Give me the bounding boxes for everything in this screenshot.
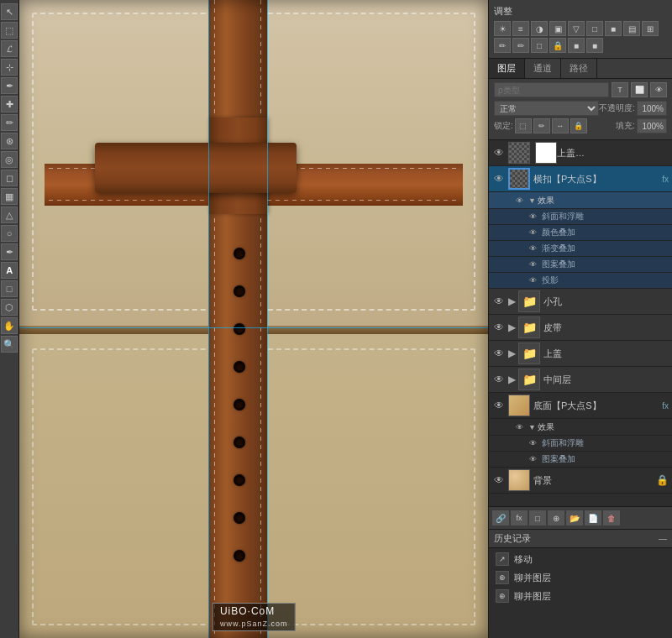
layer-name-xiaokong: 小孔 (543, 295, 669, 308)
tool-shape[interactable]: ⬡ (1, 299, 18, 316)
eye-zhongjianceng[interactable]: 👁 (492, 373, 506, 386)
tb-edit2[interactable]: ✏ (512, 38, 529, 53)
eye-shang[interactable]: 👁 (492, 146, 506, 160)
tab-channels[interactable]: 通道 (525, 59, 561, 78)
layer-item-color-overlay[interactable]: 👁 颜色叠加 (489, 225, 672, 241)
lock-brush[interactable]: ✏ (533, 118, 550, 133)
eye-color-overlay[interactable]: 👁 (526, 226, 539, 239)
layer-item-hengkua[interactable]: 👁 横扣【P大点S】 fx (489, 166, 672, 192)
tool-blur[interactable]: △ (1, 207, 18, 223)
tool-pen[interactable]: ✒ (1, 243, 18, 260)
tool-gradient[interactable]: ▦ (1, 188, 18, 205)
btn-adjustment[interactable]: ⊕ (548, 510, 564, 526)
lock-transparent[interactable]: ⬚ (515, 118, 532, 133)
btn-fx[interactable]: fx (511, 510, 528, 526)
layer-item-beijing[interactable]: 👁 背景 🔒 (489, 468, 672, 494)
lock-all[interactable]: 🔒 (570, 118, 587, 133)
tool-text[interactable]: A (1, 262, 18, 279)
layer-item-diceng-effects[interactable]: 👁 效果 (489, 419, 672, 436)
layer-item-pidai[interactable]: 👁 ▶ 📁 皮带 (489, 315, 672, 341)
tb-sun[interactable]: ☀ (494, 21, 511, 36)
effects-triangle[interactable] (528, 196, 536, 205)
tool-brush[interactable]: ✏ (1, 114, 18, 131)
tb-lock[interactable]: 🔒 (549, 38, 566, 53)
eye-beijing[interactable]: 👁 (492, 473, 506, 487)
tool-crop[interactable]: ⊹ (1, 59, 18, 76)
effect-shadow-name: 投影 (542, 275, 669, 286)
tool-lasso[interactable]: 𝓛 (1, 40, 18, 57)
layer-item-diceng[interactable]: 👁 底面【P大点S】 fx (489, 393, 672, 419)
layer-item-pattern-overlay[interactable]: 👁 图案叠加 (489, 257, 672, 273)
layer-item-effects-group[interactable]: 👁 效果 (489, 192, 672, 209)
btn-mask[interactable]: □ (529, 510, 546, 526)
eye-diceng[interactable]: 👁 (492, 399, 506, 412)
tool-clone[interactable]: ⊛ (1, 133, 18, 149)
eye-pattern[interactable]: 👁 (526, 258, 539, 271)
eye-diceng-effects[interactable]: 👁 (512, 421, 526, 434)
lock-move[interactable]: ↔ (552, 118, 569, 133)
left-toolbar: ↖ ⬚ 𝓛 ⊹ ✒ ✚ ✏ ⊛ ◎ ◻ ▦ △ ○ ✒ A □ ⬡ ✋ 🔍 (0, 0, 19, 638)
tool-eraser[interactable]: ◻ (1, 170, 18, 186)
tool-hand[interactable]: ✋ (1, 317, 18, 334)
tb-fill2[interactable]: ■ (568, 38, 585, 53)
tool-heal[interactable]: ✚ (1, 96, 18, 112)
tb-arrow[interactable]: ▽ (568, 21, 585, 36)
history-item-0[interactable]: ↗ 移动 (491, 550, 670, 568)
eye-effects[interactable]: 👁 (512, 194, 526, 207)
eye-diceng-bevel[interactable]: 👁 (526, 437, 539, 450)
diceng-effects-triangle[interactable] (528, 423, 536, 431)
btn-group[interactable]: 📂 (566, 510, 583, 526)
history-collapse[interactable]: — (659, 534, 667, 543)
layer-item-shanggai[interactable]: 👁 ▶ 📁 上盖 (489, 341, 672, 367)
tool-path[interactable]: □ (1, 280, 18, 297)
eye-bevel[interactable]: 👁 (526, 210, 539, 223)
fill-input[interactable] (637, 118, 667, 133)
tool-dodge[interactable]: ○ (1, 225, 18, 242)
btn-link-layers[interactable]: 🔗 (492, 510, 509, 526)
tool-select[interactable]: ⬚ (1, 22, 18, 39)
btn-new-layer[interactable]: 📄 (585, 510, 601, 526)
tb-edit1[interactable]: ✏ (494, 38, 511, 53)
layer-item-gradient-overlay[interactable]: 👁 渐变叠加 (489, 241, 672, 257)
eye-hengkua[interactable]: 👁 (492, 172, 506, 186)
blend-mode-select[interactable]: 正常 溶解 正片叠底 (494, 101, 599, 116)
eye-pidai[interactable]: 👁 (492, 321, 506, 334)
tool-move[interactable]: ↖ (1, 3, 18, 20)
tool-eyedrop[interactable]: ✒ (1, 77, 18, 94)
layer-item-zhongjianceng[interactable]: 👁 ▶ 📁 中间层 (489, 367, 672, 393)
search-filter-t[interactable]: T (612, 82, 628, 97)
search-filter-eye[interactable]: 👁 (650, 82, 667, 97)
eye-shanggai[interactable]: 👁 (492, 347, 506, 360)
guide-h1 (19, 327, 488, 328)
layer-item-dropshadow[interactable]: 👁 投影 (489, 273, 672, 289)
btn-delete[interactable]: 🗑 (603, 510, 620, 526)
history-item-1[interactable]: ⊕ 聊并图层 (491, 568, 670, 587)
eye-xiaokong[interactable]: 👁 (492, 295, 506, 308)
search-input[interactable] (494, 82, 609, 97)
eye-dropshadow[interactable]: 👁 (526, 274, 539, 287)
tb-fill3[interactable]: ■ (586, 38, 603, 53)
layer-item-shang[interactable]: 👁 上盖… (489, 140, 672, 166)
tb-square[interactable]: □ (586, 21, 603, 36)
tool-history[interactable]: ◎ (1, 151, 18, 168)
tb-circle[interactable]: ◑ (531, 21, 548, 36)
tool-zoom[interactable]: 🔍 (1, 336, 18, 353)
search-filter-rect[interactable]: ⬜ (631, 82, 648, 97)
layer-item-diceng-pattern[interactable]: 👁 图案叠加 (489, 452, 672, 468)
tb-grid2[interactable]: ⊞ (642, 21, 659, 36)
fx-diceng: fx (662, 401, 669, 411)
tab-paths[interactable]: 路径 (561, 59, 597, 78)
layer-item-xiaokong[interactable]: 👁 ▶ 📁 小孔 (489, 289, 672, 315)
layer-item-diceng-bevel[interactable]: 👁 斜面和浮雕 (489, 436, 672, 452)
tb-fill[interactable]: ■ (605, 21, 622, 36)
history-item-2[interactable]: ⊕ 聊并图层 (491, 587, 670, 605)
eye-gradient[interactable]: 👁 (526, 242, 539, 255)
tb-bars[interactable]: ≡ (512, 21, 529, 36)
eye-diceng-pattern[interactable]: 👁 (526, 452, 539, 466)
tb-box[interactable]: □ (531, 38, 548, 53)
tb-grid[interactable]: ▣ (549, 21, 566, 36)
tab-layers[interactable]: 图层 (489, 59, 525, 78)
tb-table[interactable]: ▤ (623, 21, 640, 36)
layer-item-bevel[interactable]: 👁 斜面和浮雕 (489, 209, 672, 225)
opacity-input[interactable] (637, 101, 667, 116)
